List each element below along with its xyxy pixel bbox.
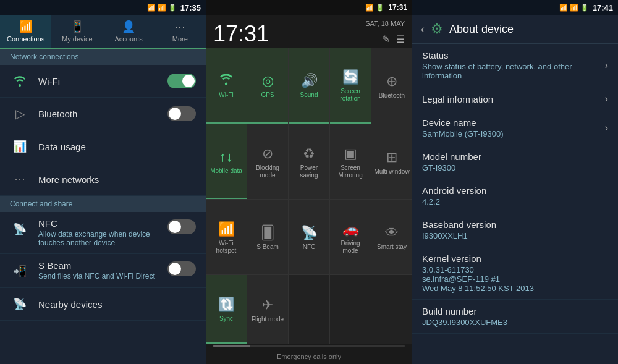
connections-tab-icon: 📶	[19, 20, 33, 33]
qs-sound-icon: 🔊	[301, 73, 318, 89]
qs-tile-multi[interactable]: ⊞ Multi window	[371, 124, 412, 199]
qs-blocking-label: Blocking mode	[250, 164, 286, 179]
qs-tile-sync[interactable]: 🔃 Sync	[206, 275, 247, 344]
setting-nearby-devices[interactable]: 📡 Nearby devices	[0, 288, 206, 321]
data-usage-label: Data usage	[38, 142, 196, 152]
about-row-build: Build number JDQ39.I9300XXUFME3	[412, 300, 618, 334]
qs-multi-icon: ⊞	[386, 150, 397, 166]
qs-tile-power[interactable]: ♻ Power saving	[289, 124, 329, 199]
qs-nfc-label: NFC	[303, 243, 316, 251]
qs-sync-icon: 🔃	[218, 297, 235, 313]
status-time-p3: 17:41	[593, 3, 613, 12]
tab-my-device-label: My device	[62, 35, 93, 43]
qs-tile-mirror[interactable]: ▣ Screen Mirroring	[330, 124, 371, 199]
nfc-icon: 📡	[10, 219, 30, 239]
sbeam-toggle[interactable]	[167, 261, 196, 276]
menu-icon[interactable]: ☰	[396, 33, 405, 45]
about-row-legal[interactable]: Legal information ›	[412, 87, 618, 111]
status-icons-p1: 📶 📶 🔋	[147, 4, 177, 12]
qs-tile-bluetooth[interactable]: ⊕ Bluetooth	[371, 48, 412, 124]
about-row-device-name[interactable]: Device name SamMobile (GT-I9300) ›	[412, 111, 618, 145]
wifi-label: Wi-Fi	[38, 76, 167, 87]
setting-wifi[interactable]: Wi-Fi	[0, 65, 206, 98]
setting-nfc[interactable]: 📡 NFC Allow data exchange when device to…	[0, 212, 206, 254]
nfc-toggle-knob	[169, 221, 181, 233]
status-time-p1: 17:35	[180, 3, 201, 12]
about-kernel-value: 3.0.31-611730 se.infra@SEP-119 #1 Wed Ma…	[422, 265, 608, 293]
wifi-toggle-knob	[182, 75, 195, 87]
qs-tile-sbeam[interactable]: 🂠 S Beam	[247, 200, 288, 274]
qs-rotation-icon: 🔄	[342, 69, 359, 85]
qs-wifi-label: Wi-Fi	[219, 91, 233, 99]
qs-tile-flight[interactable]: ✈ Flight mode	[247, 275, 288, 344]
panel-about: 📶 📶 🔋 17:41 ‹ ⚙ About device Status Show…	[412, 0, 618, 364]
section-network: Network connections	[0, 49, 206, 65]
section-connect-share: Connect and share	[0, 196, 206, 212]
section-connect-share-label: Connect and share	[10, 200, 72, 208]
about-row-status-content: Status Show status of battery, network, …	[422, 50, 605, 80]
qs-tile-hotspot[interactable]: 📶 Wi-Fi hotspot	[206, 200, 247, 274]
qs-hotspot-icon: 📶	[218, 221, 235, 237]
tab-more[interactable]: ⋯ More	[154, 15, 206, 48]
qs-tile-nfc[interactable]: 📡 NFC	[289, 200, 329, 274]
tab-connections-label: Connections	[7, 35, 44, 43]
about-build-value: JDQ39.I9300XXUFME3	[422, 318, 608, 327]
setting-data-usage[interactable]: 📊 Data usage	[0, 130, 206, 163]
nearby-devices-icon: 📡	[10, 294, 30, 314]
about-row-build-content: Build number JDQ39.I9300XXUFME3	[422, 306, 608, 327]
bluetooth-label: Bluetooth	[38, 109, 167, 119]
sbeam-label: S Beam	[38, 260, 167, 271]
qs-gps-label: GPS	[261, 91, 274, 99]
about-legal-label: Legal information	[422, 94, 605, 104]
about-row-status[interactable]: Status Show status of battery, network, …	[412, 44, 618, 87]
about-android-label: Android version	[422, 185, 608, 196]
qs-wifi-icon	[219, 73, 234, 89]
bluetooth-toggle[interactable]	[167, 106, 196, 121]
about-kernel-label: Kernel version	[422, 253, 608, 264]
status-bar-p3: 📶 📶 🔋 17:41	[412, 0, 618, 15]
qs-driving-label: Driving mode	[332, 240, 368, 255]
back-button[interactable]: ‹	[421, 23, 425, 36]
setting-more-networks[interactable]: ⋯ More networks	[0, 163, 206, 196]
setting-bluetooth[interactable]: ▷ Bluetooth	[0, 98, 206, 130]
qs-mobile-icon: ↑↓	[219, 149, 233, 165]
sbeam-toggle-knob	[169, 263, 181, 275]
nfc-sublabel: Allow data exchange when device touches …	[38, 230, 167, 247]
qs-hotspot-label: Wi-Fi hotspot	[208, 240, 244, 255]
qs-gps-icon: ◎	[262, 73, 274, 89]
qs-tile-wifi[interactable]: Wi-Fi	[206, 48, 247, 124]
edit-icon[interactable]: ✎	[382, 33, 390, 45]
about-row-legal-content: Legal information	[422, 94, 605, 104]
about-row-baseband-content: Baseband version I9300XXLH1	[422, 219, 608, 240]
about-device-name-value: SamMobile (GT-I9300)	[422, 129, 605, 138]
wifi-toggle[interactable]	[167, 74, 196, 88]
qs-tile-empty1	[289, 275, 329, 344]
tab-my-device[interactable]: 📱 My device	[51, 15, 103, 48]
qs-sync-label: Sync	[219, 315, 233, 323]
about-status-value: Show status of battery, network, and oth…	[422, 62, 605, 80]
bluetooth-toggle-knob	[169, 108, 181, 120]
qs-time: 17:31	[213, 23, 269, 45]
more-networks-icon: ⋯	[10, 169, 30, 189]
qs-tile-smart[interactable]: 👁 Smart stay	[371, 200, 412, 274]
sbeam-icon: 📲	[10, 261, 30, 281]
qs-tile-empty2	[330, 275, 371, 344]
qs-header: 17:31 SAT, 18 MAY ✎ ☰	[206, 15, 412, 48]
about-row-model-content: Model number GT-I9300	[422, 151, 608, 172]
qs-mirror-icon: ▣	[344, 146, 357, 162]
nfc-toggle[interactable]	[167, 219, 196, 234]
qs-tile-rotation[interactable]: 🔄 Screen rotation	[330, 48, 371, 124]
qs-smart-icon: 👁	[385, 225, 399, 241]
qs-tile-blocking[interactable]: ⊘ Blocking mode	[247, 124, 288, 199]
setting-sbeam[interactable]: 📲 S Beam Send files via NFC and Wi-Fi Di…	[0, 254, 206, 288]
qs-date: SAT, 18 MAY	[365, 20, 405, 27]
qs-tile-gps[interactable]: ◎ GPS	[247, 48, 288, 124]
qs-tile-driving[interactable]: 🚗 Driving mode	[330, 200, 371, 274]
about-baseband-label: Baseband version	[422, 219, 608, 230]
tab-accounts[interactable]: 👤 Accounts	[103, 15, 154, 48]
about-row-device-content: Device name SamMobile (GT-I9300)	[422, 117, 605, 138]
qs-nfc-icon: 📡	[301, 225, 318, 241]
tab-connections[interactable]: 📶 Connections	[0, 15, 51, 49]
qs-tile-sound[interactable]: 🔊 Sound	[289, 48, 329, 124]
qs-tile-mobile-data[interactable]: ↑↓ Mobile data	[206, 124, 247, 199]
